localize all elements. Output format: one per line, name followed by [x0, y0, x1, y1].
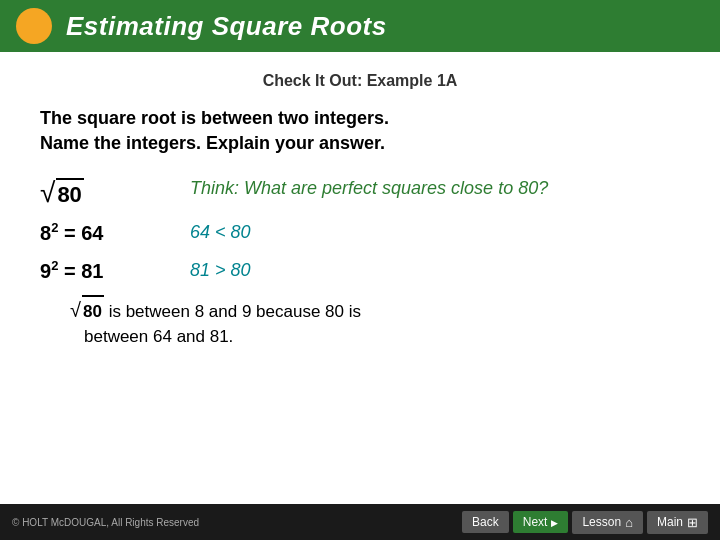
sqrt-radicand: 80	[56, 178, 83, 208]
intro-text: The square root is between two integers.…	[40, 106, 680, 156]
conclusion-sqrt: √80	[70, 295, 104, 325]
conclusion-text: √80 is between 8 and 9 because 80 is bet…	[40, 295, 680, 350]
right-col-3: 81 > 80	[190, 258, 680, 283]
page-title: Estimating Square Roots	[66, 11, 387, 42]
main-button-label: Main	[657, 515, 683, 529]
example-row-1: √80 Think: What are perfect squares clos…	[40, 176, 680, 208]
header-circle-icon	[16, 8, 52, 44]
left-col-2: 82 = 64	[40, 220, 170, 245]
intro-line2: Name the integers. Explain your answer.	[40, 133, 385, 153]
next-button[interactable]: Next	[513, 511, 569, 533]
left-col-3: 92 = 81	[40, 258, 170, 283]
example-row-3: 92 = 81 81 > 80	[40, 258, 680, 283]
conclusion-sqrt-radicand: 80	[82, 295, 104, 325]
conclusion-line2: between 64 and 81.	[70, 327, 233, 346]
example-subtitle: Check It Out: Example 1A	[40, 72, 680, 90]
sqrt-80-expression: √80	[40, 178, 84, 208]
lesson-home-icon	[625, 515, 633, 530]
right-col-1: Think: What are perfect squares close to…	[190, 176, 680, 201]
page-header: Estimating Square Roots	[0, 0, 720, 52]
copyright-text: © HOLT McDOUGAL, All Rights Reserved	[12, 517, 199, 528]
comparison-2: 81 > 80	[190, 260, 251, 280]
example-row-2: 82 = 64 64 < 80	[40, 220, 680, 245]
main-content: Check It Out: Example 1A The square root…	[0, 52, 720, 360]
left-col-1: √80	[40, 176, 170, 208]
footer-nav-buttons: Back Next Lesson Main	[462, 511, 708, 534]
lesson-button[interactable]: Lesson	[572, 511, 643, 534]
main-button[interactable]: Main	[647, 511, 708, 534]
back-button[interactable]: Back	[462, 511, 509, 533]
think-hint: Think: What are perfect squares close to…	[190, 178, 548, 198]
comparison-1: 64 < 80	[190, 222, 251, 242]
next-button-label: Next	[523, 515, 548, 529]
sqrt-symbol: √	[40, 179, 55, 207]
right-col-2: 64 < 80	[190, 220, 680, 245]
intro-line1: The square root is between two integers.	[40, 108, 389, 128]
conclusion-line1: is between 8 and 9 because 80 is	[109, 302, 361, 321]
next-chevron-icon	[551, 515, 558, 529]
conclusion-sqrt-symbol: √	[70, 300, 81, 320]
main-grid-icon	[687, 515, 698, 530]
lesson-button-label: Lesson	[582, 515, 621, 529]
footer: © HOLT McDOUGAL, All Rights Reserved Bac…	[0, 504, 720, 540]
